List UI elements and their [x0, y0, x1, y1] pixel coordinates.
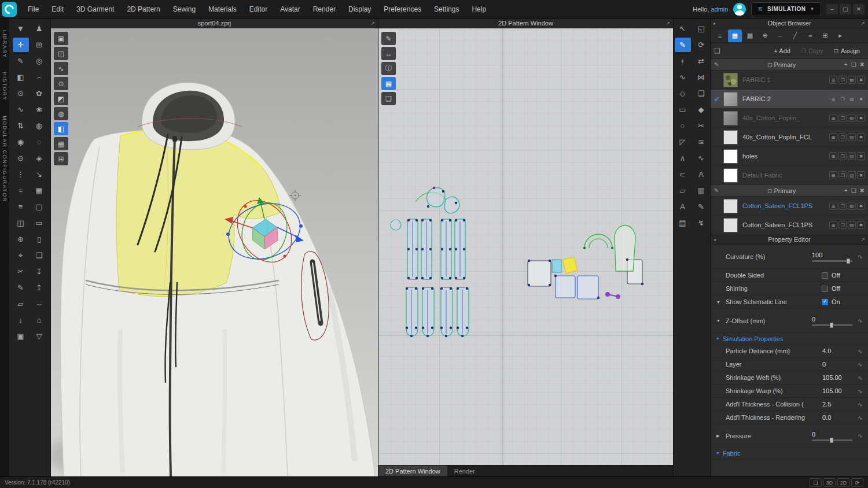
- curve-graph-icon[interactable]: ∿: [856, 317, 865, 324]
- row-info-icon[interactable]: ▤: [848, 152, 856, 160]
- edit-texture-icon[interactable]: ◧: [13, 70, 29, 84]
- fit-icon[interactable]: ◈: [31, 151, 47, 165]
- thickness-collision-value[interactable]: 2.5: [822, 401, 856, 408]
- fabric-section[interactable]: ▼ Fabric: [711, 448, 868, 459]
- import-icon[interactable]: ↥: [31, 280, 47, 295]
- fabric-item[interactable]: holes ⊞❐▤✖: [711, 147, 868, 166]
- menu-2d-pattern[interactable]: 2D Pattern: [120, 0, 166, 19]
- trim-tab-icon[interactable]: ⊞: [818, 29, 832, 42]
- double-sided-checkbox[interactable]: [822, 272, 828, 279]
- row-info-icon[interactable]: ▤: [848, 202, 856, 210]
- home-icon[interactable]: ⌂: [31, 313, 47, 327]
- shrinkage-warp-value[interactable]: 105.00: [822, 387, 856, 394]
- expand-panel-icon[interactable]: ↗: [860, 20, 865, 26]
- pressure-slider[interactable]: [812, 439, 852, 441]
- 3d-viewport-canvas[interactable]: [51, 28, 378, 476]
- avatar-tool-icon[interactable]: ♟: [31, 21, 47, 36]
- fabric-item[interactable]: 40s_Cotton_Poplin_FCL ⊞❐▤✖: [711, 128, 868, 147]
- curve-graph-icon[interactable]: ∿: [856, 375, 865, 381]
- row-info-icon[interactable]: ▤: [848, 171, 856, 179]
- row-copy-icon[interactable]: ❐: [838, 95, 847, 103]
- user-avatar[interactable]: [733, 3, 746, 16]
- particle-distance-value[interactable]: 4.0: [822, 347, 856, 354]
- curve-graph-icon[interactable]: ∿: [856, 415, 865, 421]
- fabric-swatch[interactable]: [723, 130, 738, 145]
- z-offset-value[interactable]: 0: [812, 316, 856, 323]
- menu-materials[interactable]: Materials: [202, 0, 243, 19]
- dart-icon[interactable]: ◸: [675, 135, 691, 149]
- row-delete-icon[interactable]: ✖: [857, 221, 865, 229]
- menu-help[interactable]: Help: [465, 0, 492, 19]
- row-delete-icon[interactable]: ✖: [857, 133, 865, 141]
- drape-icon[interactable]: ◌: [31, 135, 47, 149]
- show-seams-icon[interactable]: ∿: [54, 62, 68, 75]
- fabric-item[interactable]: Cotton_Sateen_FCL1PS ⊞❐▤✖: [711, 197, 868, 216]
- chevron-down-icon[interactable]: ▼: [716, 319, 720, 323]
- show-fit-icon[interactable]: ◍: [54, 107, 68, 120]
- row-add-icon[interactable]: ⊞: [829, 202, 837, 210]
- notch-icon[interactable]: ∧: [675, 151, 691, 165]
- piping-tab-icon[interactable]: ╱: [788, 29, 802, 42]
- menu-avatar[interactable]: Avatar: [274, 0, 306, 19]
- row-delete-icon[interactable]: ✖: [857, 114, 865, 122]
- fabric-swatch[interactable]: [723, 111, 738, 125]
- info-icon[interactable]: ⓘ: [381, 62, 396, 75]
- mesh-view-icon[interactable]: ▦: [54, 137, 68, 150]
- row-add-icon[interactable]: ⊞: [829, 171, 837, 179]
- shape-icon[interactable]: ◆: [693, 102, 709, 117]
- more-tab-icon[interactable]: ▸: [833, 29, 847, 42]
- line-tab-icon[interactable]: ─: [773, 29, 787, 42]
- arrange-avatar-icon[interactable]: ⊞: [31, 38, 47, 52]
- pleats-icon[interactable]: ≡: [13, 199, 29, 214]
- text-b-icon[interactable]: A: [693, 167, 709, 182]
- curve-graph-icon[interactable]: ∿: [856, 361, 865, 368]
- copy-button[interactable]: ❐Copy: [796, 46, 828, 56]
- box-b-icon[interactable]: ▭: [31, 216, 47, 230]
- row-add-icon[interactable]: ⊞: [829, 152, 837, 160]
- grid-icon[interactable]: ▦: [31, 183, 47, 198]
- maximize-icon[interactable]: ▢: [840, 4, 851, 14]
- tape-icon[interactable]: ⌢: [31, 70, 47, 84]
- mirror-icon[interactable]: ⇄: [693, 54, 709, 68]
- curvature-slider[interactable]: [812, 260, 852, 262]
- transform-pattern-icon[interactable]: ↖: [675, 21, 691, 36]
- expand-panel-icon[interactable]: ↗: [665, 20, 670, 26]
- select-move-icon[interactable]: ✛: [13, 38, 29, 52]
- show-strain-icon[interactable]: ◩: [54, 92, 68, 105]
- pressure-value[interactable]: 0: [812, 431, 856, 438]
- fabric-swatch[interactable]: [723, 149, 738, 164]
- 2d-pattern-canvas[interactable]: [378, 28, 673, 465]
- row-copy-icon[interactable]: ❐: [838, 152, 847, 160]
- row-add-icon[interactable]: ⊞: [829, 76, 837, 84]
- export-icon[interactable]: ↧: [31, 264, 47, 279]
- edit-icon[interactable]: ✎: [714, 61, 719, 68]
- flower-pose-icon[interactable]: ✿: [31, 86, 47, 101]
- dock-tab-modular-configurator[interactable]: MODULAR CONFIGURATOR: [2, 116, 8, 202]
- fabric-section-header-2[interactable]: ✎ ⊡ Primary + ❏ ✖: [711, 185, 868, 197]
- measure-icon[interactable]: ⌖: [13, 248, 29, 263]
- row-copy-icon[interactable]: ❐: [838, 202, 847, 210]
- row-delete-icon[interactable]: ✖: [857, 152, 865, 160]
- garment-icon[interactable]: ▣: [13, 329, 29, 343]
- text-tool-icon[interactable]: A: [675, 199, 691, 214]
- menu-editor[interactable]: Editor: [243, 0, 274, 19]
- fabric-item[interactable]: FABRIC 1 ⊞❐▤✖: [711, 71, 868, 90]
- row-add-icon[interactable]: ⊞: [829, 221, 837, 229]
- add-button[interactable]: + Add: [769, 46, 795, 56]
- flower-pose-b-icon[interactable]: ❀: [31, 102, 47, 117]
- curve-graph-icon[interactable]: ∿: [856, 253, 865, 260]
- section-folder-icon[interactable]: ❏: [851, 187, 856, 194]
- expand-panel-icon[interactable]: ↗: [860, 236, 865, 242]
- menu-settings[interactable]: Settings: [428, 0, 465, 19]
- box-c-icon[interactable]: ▯: [31, 232, 47, 246]
- edit-icon[interactable]: ✎: [714, 187, 719, 194]
- pin-icon[interactable]: ⊙: [13, 86, 29, 101]
- chevron-down-icon[interactable]: ▼: [716, 300, 720, 304]
- fabric-item-selected[interactable]: ✔ FABRIC 2 ⊞❐▤✖: [711, 90, 868, 109]
- section-delete-icon[interactable]: ✖: [860, 61, 865, 68]
- row-add-icon[interactable]: ⊞: [829, 95, 837, 103]
- puckering-icon[interactable]: ≈: [13, 183, 29, 198]
- menu-display[interactable]: Display: [342, 0, 377, 19]
- fabric-section-header[interactable]: ✎ ⊡ Primary + ❏ ✖: [711, 59, 868, 71]
- assign-button[interactable]: ⊡Assign: [829, 46, 865, 56]
